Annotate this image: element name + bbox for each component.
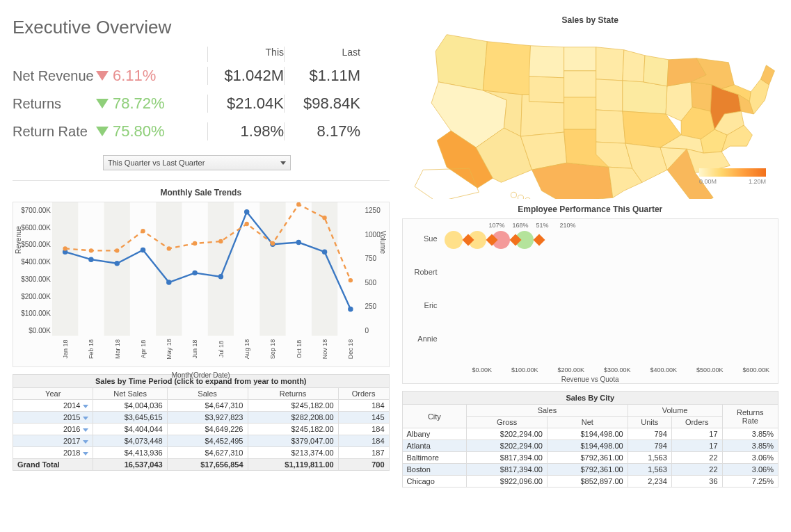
chevron-down-icon — [280, 161, 286, 165]
kpi-header: This Last — [13, 47, 390, 62]
table-row[interactable]: 2014$4,004,036$4,647,310$245,182.00184 — [13, 400, 390, 412]
svg-point-15 — [296, 240, 301, 245]
legend-max: 1.20M — [749, 178, 766, 185]
legend-min: 0.00M — [699, 178, 717, 185]
col-header[interactable]: Orders — [338, 388, 389, 400]
employee-name: Eric — [407, 301, 438, 309]
col-header[interactable]: Volume — [628, 405, 722, 417]
svg-marker-57 — [691, 82, 712, 111]
svg-rect-5 — [312, 202, 337, 336]
kpi-this: 1.98% — [207, 122, 284, 140]
y2-axis-label: Volume — [380, 231, 387, 254]
kpi-label: Net Revenue — [13, 68, 96, 84]
kpi-this: $1.042M — [207, 67, 284, 85]
sales-by-state-map[interactable]: 0.00M 1.20M — [402, 29, 779, 199]
employee-performance-chart[interactable]: $0.00K$100.00K$200.00K$300.00K$400.00K$5… — [402, 218, 779, 384]
col-header[interactable]: City — [402, 405, 467, 428]
svg-rect-4 — [259, 202, 285, 336]
x-axis-ticks: Jan 18Feb 18Mar 18Apr 18May 18Jun 18Jul … — [52, 346, 364, 353]
svg-marker-45 — [596, 47, 623, 81]
svg-point-19 — [89, 248, 93, 252]
svg-point-13 — [244, 209, 249, 214]
arrow-down-icon — [96, 127, 109, 136]
kpi-row: Net Revenue6.11%$1.042M$1.11M — [13, 62, 390, 90]
col-header[interactable]: Net Sales — [93, 388, 167, 400]
svg-point-28 — [322, 216, 326, 220]
svg-marker-41 — [564, 47, 596, 71]
svg-rect-3 — [208, 202, 234, 336]
col-header[interactable]: Year — [13, 388, 93, 400]
expand-icon[interactable] — [83, 417, 88, 420]
table-row[interactable]: 2018$4,413,936$4,627,310$213,374.00187 — [13, 447, 390, 459]
svg-point-20 — [115, 248, 119, 252]
expand-icon[interactable] — [83, 428, 88, 432]
svg-point-27 — [296, 202, 301, 207]
col-header[interactable]: Sales — [167, 388, 248, 400]
employee-perf-title: Employee Performance This Quarter — [402, 204, 779, 214]
table-row[interactable]: Atlanta$202,294.00$194,498.00794173.85% — [402, 440, 778, 452]
svg-point-29 — [349, 278, 353, 282]
col-header[interactable]: Returns — [248, 388, 338, 400]
expand-icon[interactable] — [83, 440, 88, 444]
period-selector[interactable]: This Quarter vs Last Quarter — [103, 155, 291, 170]
table-row[interactable]: Boston$817,394.00$792,361.001,563223.06% — [402, 464, 778, 476]
kpi-last: $1.11M — [284, 67, 360, 85]
svg-marker-42 — [564, 71, 596, 97]
expand-icon[interactable] — [83, 405, 88, 408]
map-title: Sales by State — [402, 15, 779, 25]
kpi-delta: 75.80% — [96, 122, 207, 140]
kpi-label: Return Rate — [13, 124, 96, 140]
employee-pct: 51% — [536, 222, 549, 229]
svg-point-9 — [141, 248, 145, 252]
svg-point-75 — [525, 198, 530, 199]
employee-pct: 210% — [560, 222, 576, 229]
employee-name: Robert — [407, 268, 438, 276]
svg-point-74 — [518, 195, 523, 199]
emp-x-label: Revenue vs Quota — [403, 376, 778, 383]
sales-by-city-table[interactable]: Sales By City CitySalesVolumeReturnsRate… — [402, 391, 779, 487]
svg-marker-47 — [596, 110, 625, 143]
page-title: Executive Overview — [13, 17, 390, 38]
kpi-head-last: Last — [284, 47, 360, 62]
svg-point-16 — [322, 250, 327, 255]
svg-point-17 — [348, 307, 353, 312]
svg-point-12 — [218, 274, 223, 279]
table-row[interactable]: 2015$3,645,615$3,927,823$282,208.00145 — [13, 412, 390, 424]
monthly-trends-title: Monthly Sale Trends — [13, 188, 390, 198]
expand-icon[interactable] — [83, 452, 88, 456]
col-header[interactable]: Net — [547, 417, 628, 428]
svg-point-25 — [244, 222, 248, 226]
table-row[interactable]: Baltimore$817,394.00$792,361.001,563223.… — [402, 452, 778, 464]
col-header[interactable]: Gross — [467, 417, 548, 428]
col-header[interactable]: Orders — [671, 417, 722, 428]
table-row[interactable]: Chicago$922,096.00$852,897.002,234367.25… — [402, 476, 778, 487]
y1-axis-label: Revenue — [15, 226, 22, 254]
kpi-row: Return Rate75.80%1.98%8.17% — [13, 118, 390, 145]
table-row[interactable]: 2017$4,073,448$4,452,495$379,047.00184 — [13, 435, 390, 447]
emp-x-axis: $0.00K$100.00K$200.00K$300.00K$400.00K$5… — [472, 366, 770, 373]
svg-rect-0 — [52, 202, 78, 336]
status-circle-icon — [445, 231, 463, 249]
svg-marker-34 — [483, 42, 530, 95]
grand-total-row: Grand Total16,537,043$17,656,854$1,119,8… — [13, 459, 390, 471]
svg-rect-1 — [104, 202, 130, 336]
svg-marker-51 — [622, 81, 666, 114]
y2-axis: 125010007505002500 — [364, 202, 389, 354]
svg-point-22 — [167, 246, 171, 250]
monthly-trends-chart[interactable]: Revenue $700.00K$600.00K$500.00K$400.00K… — [13, 202, 390, 367]
svg-point-7 — [88, 257, 93, 261]
employee-row[interactable]: 107% — [445, 223, 468, 257]
col-header[interactable]: Sales — [467, 405, 628, 417]
svg-marker-40 — [532, 163, 612, 199]
table-row[interactable]: 2016$4,404,044$4,649,226$245,182.00184 — [13, 424, 390, 435]
svg-marker-70 — [749, 79, 769, 114]
col-header[interactable]: ReturnsRate — [722, 405, 778, 428]
kpi-delta: 78.72% — [96, 95, 207, 113]
kpi-delta: 6.11% — [96, 67, 207, 85]
time-period-table[interactable]: Sales by Time Period (click to expand fr… — [13, 374, 390, 471]
svg-marker-46 — [596, 79, 622, 111]
employee-pct: 107% — [489, 222, 505, 229]
col-header[interactable]: Units — [628, 417, 671, 428]
table-row[interactable]: Albany$202,294.00$194,498.00794173.85% — [402, 428, 778, 440]
svg-point-18 — [63, 246, 67, 250]
